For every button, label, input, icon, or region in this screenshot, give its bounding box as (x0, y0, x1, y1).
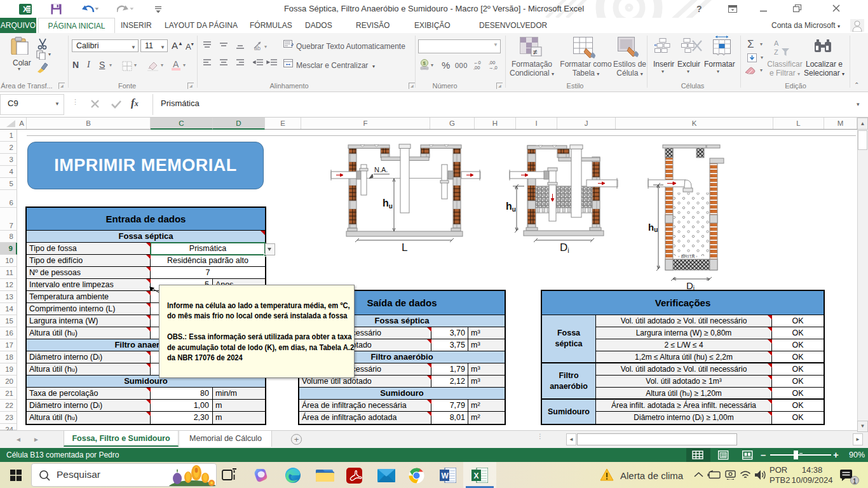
svg-text:N.A.: N.A. (374, 166, 388, 173)
svg-text:A: A (774, 39, 779, 47)
svg-text:→,0: →,0 (489, 65, 498, 70)
svg-text:,00: ,00 (473, 65, 480, 70)
svg-text:$: $ (423, 60, 426, 66)
svg-text:Di: Di (560, 241, 569, 254)
svg-text:Di: Di (686, 280, 695, 291)
svg-text:L: L (402, 241, 407, 254)
svg-text:hu: hu (506, 201, 516, 213)
svg-text:hu: hu (383, 198, 393, 210)
svg-text:X: X (474, 471, 479, 480)
svg-text:hu: hu (648, 222, 658, 233)
svg-text:▾: ▾ (264, 44, 267, 50)
svg-text:◦ BRITA ◦: ◦ BRITA ◦ (678, 254, 698, 259)
svg-text:Z: Z (774, 48, 778, 56)
svg-text:W: W (442, 471, 449, 480)
svg-text:▾: ▾ (431, 62, 433, 68)
svg-text:ab: ab (254, 45, 261, 51)
svg-text:≠: ≠ (533, 48, 538, 57)
